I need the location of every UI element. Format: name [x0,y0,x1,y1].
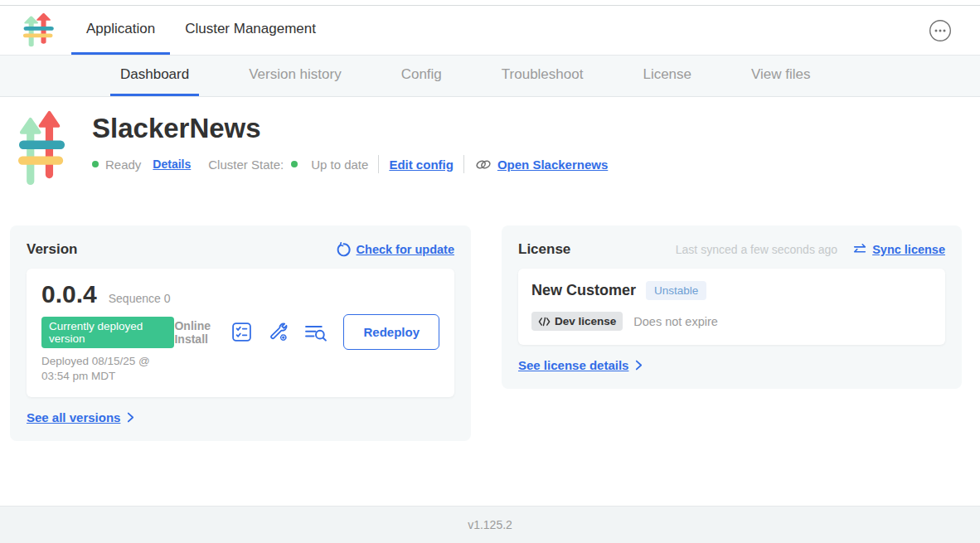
cluster-state-dot [291,161,298,167]
status-details-link[interactable]: Details [153,158,191,171]
license-card: License Last synced a few seconds ago Sy… [502,225,962,389]
redeploy-button[interactable]: Redeploy [343,314,439,350]
subnav-tab-config[interactable]: Config [391,56,452,96]
check-for-update-label: Check for update [357,243,454,256]
see-license-details-link[interactable]: See license details [518,358,628,372]
sync-license-link[interactable]: Sync license [852,243,945,256]
tab-application[interactable]: Application [71,6,170,55]
check-for-update-link[interactable]: Check for update [336,242,454,258]
currently-deployed-badge: Currently deployed version [41,317,174,348]
app-logo-large [18,109,66,188]
cluster-state-label: Cluster State: [208,158,284,172]
subnav-tab-troubleshoot[interactable]: Troubleshoot [492,56,594,96]
preflight-checklist-icon [231,322,252,342]
see-all-versions-link[interactable]: See all versions [27,410,120,424]
customer-name: New Customer [531,282,636,299]
chevron-right-icon [127,412,134,423]
slackernews-logo-icon [23,12,55,48]
version-card-title: Version [27,241,77,258]
tab-cluster-management-label: Cluster Management [185,21,316,37]
ellipsis-circle-icon [929,19,952,42]
divider [378,155,379,173]
license-summary-panel: New Customer Unstable Dev license Does n… [518,269,945,345]
tab-application-label: Application [86,21,155,37]
cluster-state-value: Up to date [311,158,368,172]
license-type-tag: Dev license [531,312,623,331]
app-status-label: Ready [105,158,141,172]
chevron-right-icon [635,360,643,371]
license-expiry: Does not expire [633,315,718,328]
page-title: SlackerNews [92,113,608,144]
tab-cluster-management[interactable]: Cluster Management [170,6,331,55]
last-synced-label: Last synced a few seconds ago [676,243,837,256]
app-logo-small [23,12,55,48]
install-type-label: Online Install [174,319,216,346]
app-header: SlackerNews Ready Details Cluster State:… [0,97,980,188]
subnav-tab-dashboard[interactable]: Dashboard [110,56,199,96]
license-card-title: License [518,241,570,258]
more-menu-button[interactable] [929,19,952,42]
dashboard-cards: Version Check for update 0.0.4 Sequence … [10,225,962,441]
app-sub-nav: Dashboard Version history Config Trouble… [0,56,980,97]
subnav-tab-version-history[interactable]: Version history [239,56,352,96]
top-divider [0,0,980,6]
subnav-tab-view-files[interactable]: View files [741,56,821,96]
current-version-panel: 0.0.4 Sequence 0 Currently deployed vers… [27,269,454,397]
subnav-tab-license[interactable]: License [633,56,701,96]
arrows-exchange-icon [852,243,867,256]
logs-magnifier-icon [304,322,327,342]
console-version: v1.125.2 [468,518,512,531]
deploy-logs-button[interactable] [304,322,327,342]
app-status-dot [92,161,99,167]
code-brackets-icon [538,317,551,327]
config-values-button[interactable] [268,322,289,342]
divider [463,155,464,173]
license-type-label: Dev license [555,315,616,327]
open-app-link[interactable]: Open Slackernews [474,158,608,172]
chain-link-icon [474,158,492,172]
subnav-tab-version-history-label: Version history [249,66,342,83]
top-nav-bar: Application Cluster Management [0,6,980,56]
sync-license-label: Sync license [872,243,945,256]
wrench-gear-icon [268,322,289,342]
subnav-tab-license-label: License [643,66,691,83]
channel-badge: Unstable [646,281,706,300]
app-footer: v1.125.2 [0,506,980,543]
subnav-tab-config-label: Config [401,66,442,83]
deployed-timestamp: Deployed 08/15/25 @ 03:54 pm MDT [41,354,174,384]
edit-config-link[interactable]: Edit config [389,158,454,172]
subnav-tab-dashboard-label: Dashboard [120,66,189,83]
version-number: 0.0.4 [41,280,97,308]
subnav-tab-view-files-label: View files [751,66,811,83]
preflight-checks-button[interactable] [231,322,252,342]
version-card: Version Check for update 0.0.4 Sequence … [10,225,471,441]
rotate-ccw-icon [336,242,352,258]
sequence-label: Sequence 0 [109,292,171,305]
slackernews-logo-icon [18,109,66,188]
open-app-link-label: Open Slackernews [497,158,608,172]
subnav-tab-troubleshoot-label: Troubleshoot [502,66,584,83]
